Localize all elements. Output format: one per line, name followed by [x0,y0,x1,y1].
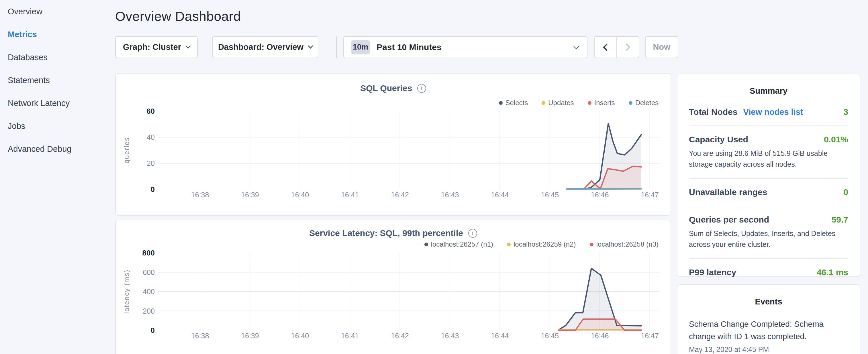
events-panel: Events Schema Change Completed: Schema c… [677,284,860,354]
sidebar-nav: Overview Metrics Databases Statements Ne… [0,0,115,160]
summary-value: 0.01% [824,135,848,144]
summary-label: Total Nodes [689,107,737,117]
summary-label: P99 latency [689,267,736,277]
x-tick-label: 16:44 [491,332,509,340]
y-tick-label: 800 [143,249,155,257]
summary-row-unavailable-ranges: Unavailable ranges 0 [689,178,848,206]
time-step-forward-button[interactable] [616,37,639,58]
summary-title: Summary [677,74,860,96]
summary-value: 59.7 [832,215,848,225]
now-button[interactable]: Now [645,36,678,58]
time-range-label: Past 10 Minutes [376,42,442,52]
chevron-right-icon [623,43,630,51]
x-tick-label: 16:45 [541,332,559,340]
time-range-badge: 10m [351,40,370,55]
x-tick-label: 16:47 [641,191,659,199]
summary-description: Sum of Selects, Updates, Inserts, and De… [689,228,848,250]
summary-description: You are using 28.6 MiB of 515.9 GiB usab… [689,148,848,169]
series-line [567,189,641,189]
summary-value: 0 [843,187,848,197]
y-axis-title: queries [123,137,130,164]
summary-value: 46.1 ms [817,267,848,277]
summary-label: Unavailable ranges [689,187,767,197]
time-step-buttons [594,36,639,58]
summary-label: Capacity Used [689,135,748,144]
summary-row-queries-per-second: Queries per second 59.7 Sum of Selects, … [689,206,848,258]
y-tick-label: 60 [147,107,155,116]
dashboard-label: Dashboard: Overview [218,42,304,52]
event-list-item[interactable]: Schema Change Completed: Schema change w… [689,318,848,354]
sidebar-item-statements[interactable]: Statements [0,69,115,92]
x-tick-label: 16:39 [241,191,259,199]
now-button-label: Now [653,42,670,52]
y-axis-title: latency (ms) [123,269,130,314]
event-timestamp: May 13, 2020 at 4:45 PM [689,345,848,354]
sidebar-item-metrics[interactable]: Metrics [0,23,115,46]
x-tick-label: 16:38 [191,191,209,199]
dashboard-dropdown[interactable]: Dashboard: Overview [212,36,318,58]
time-step-back-button[interactable] [595,37,616,58]
x-tick-label: 16:40 [291,332,309,340]
x-tick-label: 16:45 [541,191,559,199]
controls-row: Graph: Cluster Dashboard: Overview 10m P… [115,36,678,58]
x-tick-label: 16:39 [241,332,259,340]
summary-row-capacity-used: Capacity Used 0.01% You are using 28.6 M… [689,125,848,178]
page-title: Overview Dashboard [115,9,241,24]
x-tick-label: 16:41 [341,332,359,340]
summary-value: 3 [843,107,848,117]
y-tick-label: 600 [143,268,155,277]
x-tick-label: 16:42 [391,191,409,199]
y-tick-label: 0 [151,326,155,334]
x-tick-label: 16:43 [441,332,459,340]
x-tick-label: 16:47 [641,332,659,340]
chevron-down-icon [574,43,579,49]
sidebar-item-network-latency[interactable]: Network Latency [0,92,115,115]
x-tick-label: 16:46 [591,191,609,199]
view-nodes-list-link[interactable]: View nodes list [743,107,803,117]
chevron-down-icon [185,43,191,49]
x-tick-label: 16:40 [291,191,309,199]
sidebar-item-advanced-debug[interactable]: Advanced Debug [0,137,115,160]
summary-label: Queries per second [689,215,769,225]
y-tick-label: 200 [143,307,155,315]
summary-row-p99-latency: P99 latency 46.1 ms [689,258,848,286]
service-latency-chart: 16:3816:3916:4016:4116:4216:4316:4416:45… [116,220,671,354]
x-tick-label: 16:43 [441,191,459,199]
chevron-down-icon [308,43,313,49]
x-tick-label: 16:38 [191,332,209,340]
x-tick-label: 16:42 [391,332,409,340]
chevron-left-icon [603,43,610,51]
sidebar-item-overview[interactable]: Overview [0,0,115,23]
x-tick-label: 16:46 [591,332,609,340]
service-latency-chart-card: Service Latency: SQL, 99th percentile i … [115,220,671,354]
y-tick-label: 20 [147,159,155,167]
controls-divider [336,36,337,58]
sql-queries-chart-card: SQL Queries i SelectsUpdatesInsertsDelet… [115,73,671,216]
x-tick-label: 16:44 [491,191,509,199]
event-text: Schema Change Completed: Schema change w… [689,318,848,343]
graph-scope-label: Graph: Cluster [123,42,181,52]
y-tick-label: 40 [147,133,155,141]
time-range-selector[interactable]: 10m Past 10 Minutes [343,36,587,58]
x-tick-label: 16:41 [341,191,359,199]
y-tick-label: 400 [143,288,155,296]
summary-panel: Summary Total Nodes View nodes list 3 Ca… [677,74,860,277]
sql-queries-chart: 16:3816:3916:4016:4116:4216:4316:4416:45… [116,74,671,215]
summary-row-total-nodes: Total Nodes View nodes list 3 [689,107,848,125]
y-tick-label: 0 [151,185,155,194]
graph-scope-dropdown[interactable]: Graph: Cluster [115,36,198,58]
sidebar-item-databases[interactable]: Databases [0,46,115,69]
sidebar-item-jobs[interactable]: Jobs [0,115,115,137]
events-title: Events [677,285,860,307]
